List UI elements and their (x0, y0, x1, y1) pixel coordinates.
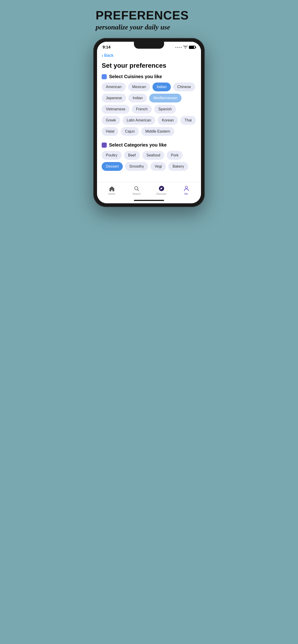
me-icon (184, 186, 189, 192)
nav-label-discover: Discover (156, 192, 166, 195)
status-bar: 9:14 (97, 42, 201, 51)
tag-mediterranean[interactable]: Mediterranean (149, 94, 181, 102)
tag-american[interactable]: American (102, 82, 126, 91)
battery-icon (189, 46, 195, 49)
bottom-nav: Home Search Discover (97, 182, 201, 198)
back-chevron-icon: ‹ (102, 53, 103, 58)
notch (134, 42, 164, 49)
tag-smoothy[interactable]: Smoothy (125, 162, 148, 171)
page-header: PREFERENCES personalize your daily use (91, 9, 207, 38)
nav-label-me: Me (184, 192, 188, 195)
tag-halal[interactable]: Halal (102, 127, 118, 136)
signal-dot-1 (175, 47, 176, 48)
signal-dot-3 (179, 47, 180, 48)
cuisines-section: Select Cuisines you like American Mexica… (102, 74, 196, 137)
tag-pork[interactable]: Pork (167, 151, 183, 160)
home-bar (134, 200, 164, 201)
categories-section-header: Select Categories you like (102, 142, 196, 148)
categories-section: Select Categories you like Poultry Beef … (102, 142, 196, 172)
tag-italian[interactable]: Italian (152, 82, 171, 91)
screen-title: Set your preferences (102, 62, 196, 69)
phone-frame: 9:14 (93, 38, 205, 207)
wifi-icon (183, 46, 187, 50)
svg-point-2 (185, 186, 187, 188)
cuisines-section-header: Select Cuisines you like (102, 74, 196, 79)
home-icon (109, 186, 115, 192)
home-indicator (97, 198, 201, 203)
nav-label-search: Search (133, 192, 141, 195)
categories-section-icon (102, 142, 107, 148)
battery-fill (189, 46, 194, 48)
tag-chinese[interactable]: Chinese (173, 82, 195, 91)
tag-vegi[interactable]: Vegi (150, 162, 166, 171)
nav-label-home: Home (108, 192, 115, 195)
tag-vietnamese[interactable]: Vietnamese (102, 105, 130, 114)
tag-mexican[interactable]: Mexican (128, 82, 150, 91)
nav-item-home[interactable]: Home (105, 186, 119, 195)
tag-korean[interactable]: Korean (158, 116, 178, 125)
cuisines-tags-container: American Mexican Italian Chinese Japanes… (102, 82, 196, 137)
back-button[interactable]: ‹ Back (102, 53, 114, 58)
status-time: 9:14 (103, 45, 111, 50)
cuisines-section-icon (102, 74, 107, 79)
page-title: PREFERENCES (96, 9, 205, 21)
categories-section-label: Select Categories you like (109, 142, 167, 148)
tag-poultry[interactable]: Poultry (102, 151, 122, 160)
signal-dots (175, 47, 182, 48)
nav-item-discover[interactable]: Discover (155, 186, 168, 195)
cuisines-section-label: Select Cuisines you like (109, 74, 162, 79)
status-icons (175, 46, 195, 50)
signal-dot-2 (177, 47, 178, 48)
tag-bakery[interactable]: Bakery (168, 162, 188, 171)
tag-beef[interactable]: Beef (124, 151, 140, 160)
tag-cajun[interactable]: Cajun (121, 127, 139, 136)
back-label: Back (104, 53, 114, 58)
tag-greek[interactable]: Greek (102, 116, 120, 125)
phone-inner: 9:14 (97, 42, 201, 203)
nav-item-me[interactable]: Me (179, 186, 193, 195)
tag-indian[interactable]: Indian (128, 94, 147, 102)
tag-french[interactable]: French (132, 105, 152, 114)
tag-seafood[interactable]: Seafood (142, 151, 165, 160)
discover-icon (159, 186, 165, 192)
tag-japanese[interactable]: Japanese (102, 94, 126, 102)
tag-latin-american[interactable]: Latin American (123, 116, 155, 125)
categories-tags-container: Poultry Beef Seafood Pork Dessert Smooth… (102, 151, 196, 172)
app-content: ‹ Back Set your preferences Select Cuisi… (97, 51, 201, 182)
signal-dot-4 (181, 47, 182, 48)
tag-middle-eastern[interactable]: Middle Eastern (141, 127, 174, 136)
page-subtitle: personalize your daily use (96, 23, 205, 31)
tag-thai[interactable]: Thai (180, 116, 196, 125)
search-icon (134, 186, 139, 192)
tag-dessert[interactable]: Dessert (102, 162, 123, 171)
nav-item-search[interactable]: Search (130, 186, 144, 195)
tag-spanish[interactable]: Spanish (154, 105, 176, 114)
